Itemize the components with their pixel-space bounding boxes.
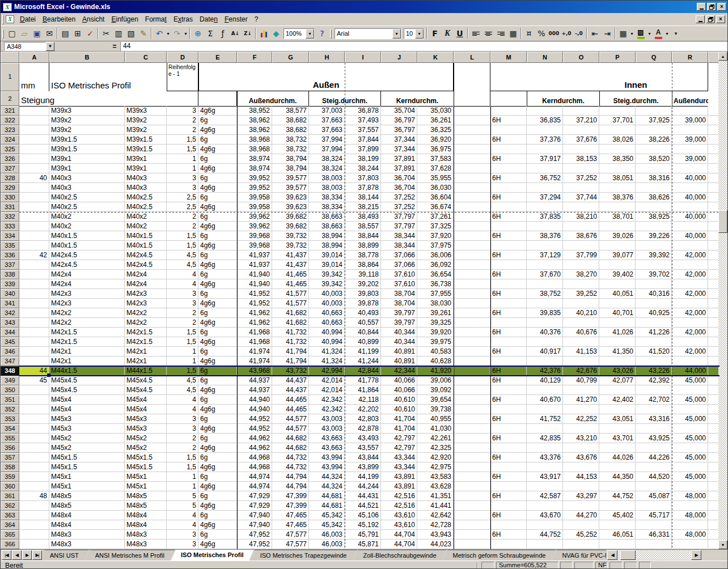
cell-I364[interactable]: 45,192 [345, 520, 381, 530]
cell-D331[interactable]: 2,5 [167, 202, 198, 212]
cell-O328[interactable]: 37,252 [563, 173, 599, 183]
cell-overflow-358[interactable] [708, 462, 719, 472]
cell-H331[interactable]: 38,334 [309, 202, 345, 212]
cell-N360[interactable] [527, 482, 563, 491]
cell-P341[interactable] [599, 299, 636, 308]
menu-fenster[interactable]: Fenster [221, 14, 251, 25]
cell-A323[interactable] [19, 125, 49, 135]
cell-F323[interactable]: 38,962 [237, 125, 272, 135]
increase-decimal-icon[interactable]: +,0 [560, 27, 573, 40]
cell-F362[interactable]: 47,929 [237, 501, 272, 511]
cell-E350[interactable]: 4g6g [198, 385, 237, 395]
cell-C345[interactable]: M42x1.5 [125, 337, 167, 347]
cell-G334[interactable]: 39,732 [272, 231, 309, 241]
cell-D344[interactable]: 1,5 [167, 328, 198, 337]
cell-E352[interactable]: 4g6g [198, 405, 237, 414]
row-header-364[interactable]: 364 [1, 520, 19, 530]
cell-Q338[interactable]: 39,702 [636, 270, 672, 279]
cell-N332[interactable]: 37,835 [527, 212, 563, 222]
cell-F348[interactable]: 43,968 [237, 366, 272, 376]
cell-D349[interactable]: 4,5 [167, 376, 198, 385]
cell-overflow-360[interactable] [708, 482, 719, 491]
cell-G344[interactable]: 41,732 [272, 328, 309, 337]
cell-O366[interactable] [563, 540, 599, 549]
cell-P336[interactable]: 39,077 [599, 250, 636, 260]
cell-L324[interactable] [454, 135, 490, 145]
cell-I366[interactable]: 45,871 [345, 540, 381, 549]
cell-A339[interactable] [19, 279, 49, 289]
cell-Q331[interactable] [636, 202, 672, 212]
cell-J321[interactable]: 35,704 [381, 106, 417, 116]
cell-R351[interactable]: 45,000 [672, 395, 708, 405]
cell-L359[interactable] [454, 472, 490, 482]
cell-B340[interactable]: M42x3 [49, 289, 125, 299]
cell-A329[interactable] [19, 183, 49, 193]
cell-Q363[interactable]: 45,717 [636, 511, 672, 520]
cell-P325[interactable] [599, 145, 636, 154]
cell-I362[interactable]: 44,521 [345, 501, 381, 511]
cell-overflow-327[interactable] [708, 164, 719, 173]
cell-A328[interactable]: 40 [19, 173, 49, 183]
cell-C343[interactable]: M42x2 [125, 318, 167, 328]
cell-N337[interactable] [527, 260, 563, 270]
cell-L1[interactable] [454, 63, 490, 106]
cell-L349[interactable] [454, 376, 490, 385]
cell-P334[interactable]: 39,026 [599, 231, 636, 241]
row-header-324[interactable]: 324 [1, 135, 19, 145]
row-header-354[interactable]: 354 [1, 424, 19, 434]
col-header-partial[interactable] [708, 52, 719, 63]
print-icon[interactable]: ▤ [59, 27, 71, 40]
cell-P356[interactable] [599, 443, 636, 453]
cell-F357[interactable]: 44,968 [237, 453, 272, 462]
cell-Q339[interactable] [636, 279, 672, 289]
cell-G327[interactable]: 38,794 [272, 164, 309, 173]
cell-R331[interactable] [672, 202, 708, 212]
cell-B328[interactable]: M40x3 [49, 173, 125, 183]
cell-M336[interactable]: 6H [490, 250, 527, 260]
cell-R359[interactable]: 45,000 [672, 472, 708, 482]
cell-O342[interactable]: 40,210 [563, 308, 599, 318]
cell-B347[interactable]: M42x1 [49, 356, 125, 366]
cell-B346[interactable]: M42x1 [49, 347, 125, 356]
cell-H356[interactable]: 43,663 [309, 443, 345, 453]
cell-E325[interactable]: 4g6g [198, 145, 237, 154]
cell-E360[interactable]: 4g6g [198, 482, 237, 491]
cell-E353[interactable]: 6g [198, 414, 237, 424]
cell-L325[interactable] [454, 145, 490, 154]
cell-O334[interactable]: 38,676 [563, 231, 599, 241]
cell-P347[interactable] [599, 356, 636, 366]
cell-R353[interactable]: 45,000 [672, 414, 708, 424]
cell-D343[interactable]: 2 [167, 318, 198, 328]
cell-G359[interactable]: 44,794 [272, 472, 309, 482]
undo-icon[interactable]: ↶ [153, 27, 166, 40]
cell-overflow-330[interactable] [708, 193, 719, 202]
cell-E345[interactable]: 4g6g [198, 337, 237, 347]
cell-E331[interactable]: 4g6g [198, 202, 237, 212]
align-right-icon[interactable] [494, 27, 507, 40]
cell-overflow-338[interactable] [708, 270, 719, 279]
cell-H341[interactable]: 40,003 [309, 299, 345, 308]
cell-G342[interactable]: 41,682 [272, 308, 309, 318]
cell-B332[interactable]: M40x2 [49, 212, 125, 222]
cell-N326[interactable]: 37,917 [527, 154, 563, 164]
cell-Q344[interactable]: 41,226 [636, 328, 672, 337]
cell-K338[interactable]: 36,654 [417, 270, 454, 279]
cell-J339[interactable]: 37,610 [381, 279, 417, 289]
workbook-restore-button[interactable] [706, 15, 715, 23]
cell-P322[interactable]: 37,701 [599, 116, 636, 125]
cell-K348[interactable]: 41,920 [417, 366, 454, 376]
cell-D363[interactable]: 4 [167, 511, 198, 520]
cell-F361[interactable]: 47,929 [237, 491, 272, 501]
cell-overflow-321[interactable] [708, 106, 719, 116]
align-left-icon[interactable] [469, 27, 482, 40]
cell-R345[interactable] [672, 337, 708, 347]
cell-Q328[interactable]: 38,316 [636, 173, 672, 183]
cell-D361[interactable]: 5 [167, 491, 198, 501]
cell-M350[interactable] [490, 385, 527, 395]
cell-overflow-361[interactable] [708, 491, 719, 501]
cell-H349[interactable]: 42,014 [309, 376, 345, 385]
cell-F351[interactable]: 44,940 [237, 395, 272, 405]
cell-overflow-339[interactable] [708, 279, 719, 289]
cell-E338[interactable]: 6g [198, 270, 237, 279]
cell-H343[interactable]: 40,663 [309, 318, 345, 328]
